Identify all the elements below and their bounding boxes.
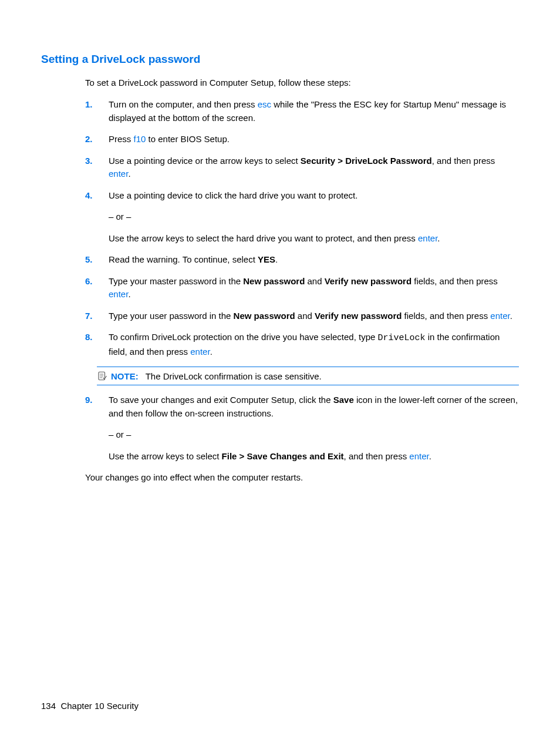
step-body: Type your master password in the New pas… <box>109 275 519 301</box>
step-1: 1. Turn on the computer, and then press … <box>85 98 519 125</box>
note-icon <box>97 371 107 381</box>
menu-path: File > Save Changes and Exit <box>222 451 344 461</box>
text: Press <box>109 134 134 144</box>
step-number: 7. <box>85 310 109 323</box>
text: , and then press <box>432 156 495 166</box>
key-f10: f10 <box>134 134 146 144</box>
text: . <box>275 254 278 264</box>
or-separator: – or – <box>109 210 519 224</box>
option-yes: YES <box>258 254 275 264</box>
text: . <box>210 347 212 357</box>
step-body: Use a pointing device or the arrow keys … <box>109 154 519 181</box>
text: Use the arrow keys to select the hard dr… <box>109 233 418 243</box>
step-body: Read the warning. To continue, select YE… <box>109 253 519 267</box>
step-6: 6. Type your master password in the New … <box>85 275 519 301</box>
step-body: Use a pointing device to click the hard … <box>109 189 519 246</box>
text: , and then press <box>344 451 410 461</box>
key-enter: enter <box>109 169 128 179</box>
page-number: 134 <box>41 701 56 711</box>
text: and <box>295 311 315 321</box>
field-new-password: New password <box>243 276 305 286</box>
closing-text: Your changes go into effect when the com… <box>85 471 519 483</box>
step-number: 2. <box>85 133 109 146</box>
literal-drivelock: DriveLock <box>378 333 426 343</box>
text: and <box>305 276 324 286</box>
text: Read the warning. To continue, select <box>109 254 258 264</box>
step-body: Turn on the computer, and then press esc… <box>109 98 519 125</box>
step-8: 8. To confirm DriveLock protection on th… <box>85 331 519 358</box>
step-5: 5. Read the warning. To continue, select… <box>85 253 519 267</box>
step-4: 4. Use a pointing device to click the ha… <box>85 189 519 246</box>
text: Use a pointing device to click the hard … <box>109 189 519 203</box>
note-box: NOTE: The DriveLock confirmation is case… <box>97 367 519 385</box>
step-number: 3. <box>85 154 109 181</box>
text: Use the arrow keys to select <box>109 451 222 461</box>
key-esc: esc <box>258 99 271 109</box>
or-separator: – or – <box>109 428 519 442</box>
step-number: 9. <box>85 394 109 463</box>
chapter-label: Chapter 10 Security <box>60 701 139 711</box>
text: . <box>429 451 431 461</box>
text: Type your master password in the <box>109 276 243 286</box>
step-number: 6. <box>85 275 109 301</box>
document-page: Setting a DriveLock password To set a Dr… <box>0 0 560 746</box>
step-body: Press f10 to enter BIOS Setup. <box>109 133 519 146</box>
key-enter: enter <box>190 347 210 357</box>
note-label: NOTE: <box>111 371 139 381</box>
text: fields, and then press <box>402 311 490 321</box>
step-3: 3. Use a pointing device or the arrow ke… <box>85 154 519 181</box>
page-footer: 134 Chapter 10 Security <box>41 701 139 711</box>
step-number: 1. <box>85 98 109 125</box>
step-number: 5. <box>85 253 109 267</box>
field-verify-password: Verify new password <box>325 276 411 286</box>
text: . <box>128 169 130 179</box>
step-body: To save your changes and exit Computer S… <box>109 394 519 463</box>
section-heading: Setting a DriveLock password <box>41 53 519 66</box>
menu-path: Security > DriveLock Password <box>301 156 432 166</box>
step-number: 4. <box>85 189 109 246</box>
field-new-password: New password <box>234 311 295 321</box>
step-body: Type your user password in the New passw… <box>109 310 519 323</box>
step-number: 8. <box>85 331 109 358</box>
text: Type your user password in the <box>109 311 234 321</box>
text: To confirm DriveLock protection on the d… <box>109 332 378 342</box>
step-9: 9. To save your changes and exit Compute… <box>85 394 519 463</box>
key-enter: enter <box>109 289 128 299</box>
text: fields, and then press <box>411 276 498 286</box>
step-7: 7. Type your user password in the New pa… <box>85 310 519 323</box>
step-body: To confirm DriveLock protection on the d… <box>109 331 519 358</box>
note-text: The DriveLock confirmation is case sensi… <box>146 371 322 381</box>
key-enter: enter <box>409 451 429 461</box>
step-2: 2. Press f10 to enter BIOS Setup. <box>85 133 519 146</box>
text: to enter BIOS Setup. <box>146 134 230 144</box>
key-enter: enter <box>490 311 510 321</box>
text: . <box>437 233 440 243</box>
save-icon-ref: Save <box>333 395 354 405</box>
field-verify-password: Verify new password <box>315 311 402 321</box>
text: . <box>128 289 130 299</box>
text: . <box>510 311 512 321</box>
text: To save your changes and exit Computer S… <box>109 395 333 405</box>
text: Use a pointing device or the arrow keys … <box>109 156 301 166</box>
intro-text: To set a DriveLock password in Computer … <box>85 76 519 89</box>
text: Turn on the computer, and then press <box>109 99 258 109</box>
key-enter: enter <box>418 233 437 243</box>
